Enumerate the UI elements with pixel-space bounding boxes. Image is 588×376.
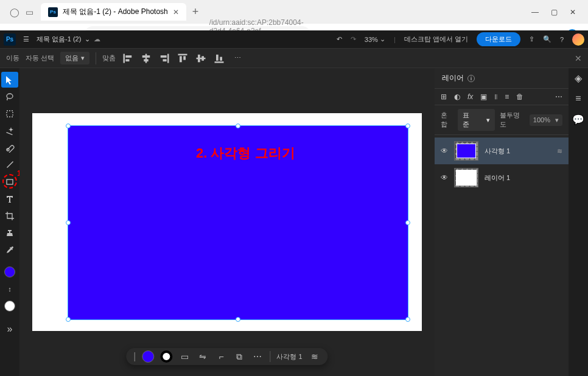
minimize-icon[interactable]: — xyxy=(531,8,539,16)
chevron-down-icon: ⌄ xyxy=(85,35,90,43)
help-icon[interactable]: ? xyxy=(560,36,564,43)
browser-tab[interactable]: Ps 제목 없음-1 (2) - Adobe Photosh ✕ xyxy=(41,3,186,21)
document-title[interactable]: 제목 없음-1 (2) ⌄ ☁ xyxy=(37,35,100,44)
photoshop-app: Ps ☰ 제목 없음-1 (2) ⌄ ☁ ↶ ↷ 33% ⌄ | 데스크탑 앱에… xyxy=(0,30,588,47)
redo-icon[interactable]: ↷ xyxy=(351,35,356,43)
cloud-icon: ☁ xyxy=(94,35,100,43)
zoom-level[interactable]: 33% ⌄ xyxy=(365,35,385,43)
photoshop-logo[interactable]: Ps xyxy=(4,33,16,46)
download-button[interactable]: 다운로드 xyxy=(477,32,520,46)
photoshop-favicon: Ps xyxy=(48,7,58,17)
tabs-icon[interactable]: ▭ xyxy=(26,7,33,17)
search-icon[interactable]: 🔍 xyxy=(543,35,551,43)
close-tab-icon[interactable]: ✕ xyxy=(173,8,179,16)
hamburger-menu-icon[interactable]: ☰ xyxy=(23,35,29,43)
open-desktop-button[interactable]: 데스크탑 앱에서 열기 xyxy=(404,35,468,44)
profile-icon[interactable]: ◯ xyxy=(10,7,19,17)
share-icon[interactable]: ⇪ xyxy=(529,35,534,43)
maximize-icon[interactable]: ▢ xyxy=(551,8,558,16)
undo-icon[interactable]: ↶ xyxy=(337,35,342,43)
new-tab-button[interactable]: + xyxy=(192,5,199,18)
ps-header: Ps ☰ 제목 없음-1 (2) ⌄ ☁ ↶ ↷ 33% ⌄ | 데스크탑 앱에… xyxy=(0,30,588,47)
user-avatar[interactable] xyxy=(572,33,584,46)
tab-title: 제목 없음-1 (2) - Adobe Photosh xyxy=(63,7,168,17)
close-window-icon[interactable]: ✕ xyxy=(570,8,576,16)
